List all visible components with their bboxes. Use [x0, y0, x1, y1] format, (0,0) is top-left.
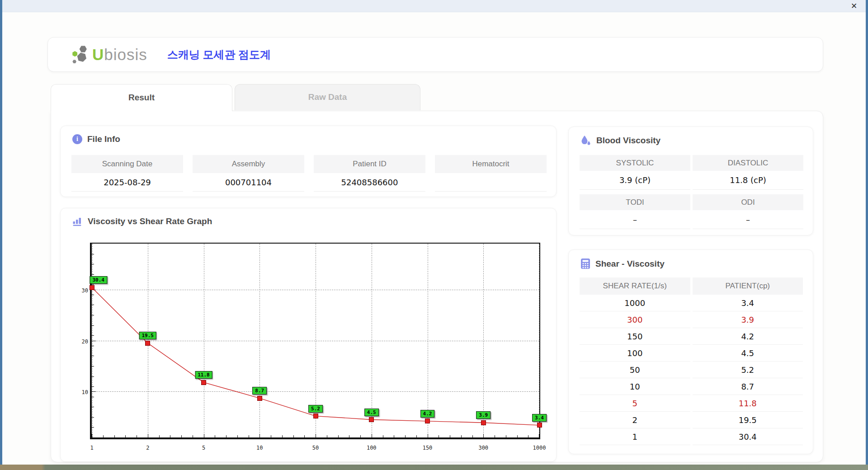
table-row: 10003.4 — [580, 295, 803, 311]
shear-rate-column-header: SHEAR RATE(1/s) — [580, 277, 690, 295]
y-tick-label: 30 — [75, 287, 88, 294]
todi-odi-table: TODI–ODI– — [580, 194, 803, 229]
shear-rate-cell: 1 — [580, 428, 690, 445]
shear-rate-cell: 50 — [580, 362, 690, 378]
file-info-fields: Scanning Date2025-08-29Assembly000701104… — [71, 155, 547, 192]
table-row: 1504.2 — [580, 328, 803, 345]
graph-title: Viscosity vs Shear Rate Graph — [88, 216, 212, 226]
blood-viscosity-cell: ODI– — [693, 194, 803, 229]
file-info-field: Scanning Date2025-08-29 — [71, 155, 183, 192]
close-icon[interactable]: ✕ — [849, 2, 859, 11]
table-row: 511.8 — [580, 395, 803, 412]
viscosity-chart: 30.419.511.88.75.24.54.23.93.4 — [90, 243, 540, 439]
field-label: Hematocrit — [435, 155, 547, 173]
shear-table-header: SHEAR RATE(1/s) PATIENT(cp) — [580, 277, 803, 295]
table-row: 505.2 — [580, 362, 803, 378]
patient-cp-cell: 11.8 — [693, 395, 803, 412]
shear-rate-cell: 100 — [580, 345, 690, 362]
file-info-field: Patient ID52408586600 — [314, 155, 425, 192]
shear-table-body: 10003.43003.91504.21004.5505.2108.7511.8… — [580, 295, 803, 445]
tab-raw-data[interactable]: Raw Data — [235, 84, 420, 110]
file-info-panel: i File Info Scanning Date2025-08-29Assem… — [60, 126, 557, 197]
data-point-label: 19.5 — [139, 332, 157, 339]
x-tick-label: 100 — [367, 445, 377, 451]
data-point-marker — [481, 420, 486, 425]
viscosity-graph-panel: Viscosity vs Shear Rate Graph 30.419.511… — [60, 208, 557, 462]
x-tick-label: 300 — [478, 445, 488, 451]
field-value: 2025-08-29 — [71, 173, 183, 192]
file-info-field: Hematocrit — [435, 155, 547, 192]
ubiosis-logo: Ubiosis — [71, 44, 147, 65]
field-label: Assembly — [193, 155, 304, 173]
data-point-label: 5.2 — [308, 405, 323, 413]
field-value: 000701104 — [193, 173, 304, 192]
blood-metric-value: – — [580, 210, 690, 229]
patient-cp-cell: 3.4 — [693, 295, 803, 311]
data-point-label: 30.4 — [90, 276, 107, 284]
y-tick-label: 20 — [75, 338, 88, 345]
shear-rate-cell: 1000 — [580, 295, 690, 311]
data-point-label: 3.4 — [532, 414, 547, 422]
blood-viscosity-panel: Blood Viscosity SYSTOLIC3.9 (cP)DIASTOLI… — [568, 127, 813, 235]
logo-text: Ubiosis — [92, 46, 147, 64]
data-point-label: 3.9 — [476, 411, 491, 419]
table-row: 130.4 — [580, 428, 803, 445]
shear-rate-cell: 5 — [580, 395, 690, 412]
tab-result[interactable]: Result — [51, 84, 232, 111]
blood-drops-icon — [580, 135, 591, 146]
patient-cp-cell: 30.4 — [693, 428, 803, 445]
shear-viscosity-table: SHEAR RATE(1/s) PATIENT(cp) 10003.43003.… — [580, 277, 803, 445]
blood-viscosity-cell: SYSTOLIC3.9 (cP) — [580, 155, 690, 190]
calculator-icon — [580, 258, 590, 269]
data-point-label: 4.2 — [420, 410, 435, 418]
blood-metric-label: DIASTOLIC — [693, 155, 803, 171]
patient-cp-cell: 4.5 — [693, 345, 803, 362]
data-point-marker — [369, 417, 374, 422]
hexagon-logo-icon — [71, 44, 90, 65]
x-tick-label: 5 — [202, 445, 205, 451]
patient-cp-cell: 8.7 — [693, 378, 803, 395]
data-point-marker — [201, 380, 206, 385]
data-point-marker — [313, 414, 318, 418]
patient-cp-cell: 4.2 — [693, 328, 803, 345]
data-point-marker — [145, 341, 150, 346]
blood-metric-value: 3.9 (cP) — [580, 171, 690, 190]
page-title: 스캐닝 모세관 점도계 — [167, 47, 271, 62]
blood-viscosity-title: Blood Viscosity — [596, 136, 660, 146]
field-label: Scanning Date — [71, 155, 183, 173]
bar-chart-icon — [72, 217, 83, 226]
blood-viscosity-cell: TODI– — [580, 194, 690, 229]
shear-viscosity-title: Shear - Viscosity — [595, 259, 665, 269]
file-info-field: Assembly000701104 — [193, 155, 304, 192]
field-value: 52408586600 — [314, 173, 425, 192]
data-point-marker — [425, 418, 430, 423]
data-point-marker — [257, 396, 262, 401]
shear-rate-cell: 300 — [580, 311, 690, 328]
blood-metric-value: – — [693, 210, 803, 229]
shear-rate-cell: 150 — [580, 328, 690, 345]
shear-rate-cell: 10 — [580, 378, 690, 395]
app-window: ✕ Ubiosis 스캐닝 모세관 점도계 Result Raw Data i … — [0, 0, 868, 465]
shear-rate-cell: 2 — [580, 412, 690, 428]
data-point-label: 8.7 — [252, 387, 267, 395]
window-titlebar: ✕ — [2, 0, 866, 12]
data-point-marker — [90, 285, 94, 290]
patient-column-header: PATIENT(cp) — [693, 277, 803, 295]
result-tab-content: i File Info Scanning Date2025-08-29Assem… — [51, 111, 823, 462]
patient-cp-cell: 5.2 — [693, 362, 803, 378]
brand-header: Ubiosis 스캐닝 모세관 점도계 — [47, 37, 823, 72]
systolic-diastolic-table: SYSTOLIC3.9 (cP)DIASTOLIC11.8 (cP) — [580, 155, 803, 190]
x-tick-label: 1000 — [533, 445, 546, 451]
field-label: Patient ID — [314, 155, 425, 173]
x-tick-label: 150 — [423, 445, 433, 451]
blood-metric-label: TODI — [580, 194, 690, 210]
blood-metric-value: 11.8 (cP) — [693, 171, 803, 190]
blood-metric-label: SYSTOLIC — [580, 155, 690, 171]
field-value — [435, 173, 547, 192]
y-tick-label: 10 — [75, 389, 88, 395]
data-point-label: 11.8 — [195, 371, 212, 379]
x-tick-label: 10 — [256, 445, 263, 451]
desktop-background — [0, 464, 868, 470]
patient-cp-cell: 3.9 — [693, 311, 803, 328]
chart-plot-area: 30.419.511.88.75.24.54.23.93.4 — [92, 244, 539, 437]
